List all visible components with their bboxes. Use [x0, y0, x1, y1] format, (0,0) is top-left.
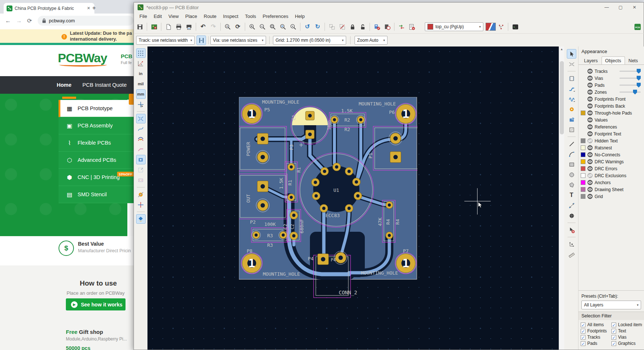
color-swatch[interactable]: [581, 166, 585, 171]
menu-file[interactable]: File: [136, 13, 150, 20]
checkbox-checked[interactable]: ✓: [611, 341, 616, 346]
visibility-eye-icon[interactable]: [587, 117, 593, 123]
undo-icon[interactable]: ↶: [198, 22, 208, 31]
menu-view[interactable]: View: [165, 13, 182, 20]
zoom-select[interactable]: Zoom Auto▾: [355, 36, 387, 45]
checkbox-checked[interactable]: ✓: [611, 329, 616, 334]
visibility-eye-icon[interactable]: [587, 194, 593, 199]
zoom-selection-icon[interactable]: [288, 22, 298, 31]
track-width-select[interactable]: Track: use netclass width▾: [136, 36, 195, 45]
cursor-shape-icon[interactable]: [136, 100, 146, 109]
ratsnest-curved-icon[interactable]: [136, 124, 146, 134]
visibility-eye-icon[interactable]: [587, 96, 593, 102]
draw-arc-icon[interactable]: [567, 149, 576, 159]
browser-tab[interactable]: China PCB Prototype & Fabric ✕: [4, 3, 94, 14]
filter-tracks[interactable]: ✓Tracks: [581, 335, 611, 340]
filter-pads[interactable]: ✓Pads: [581, 341, 611, 346]
visibility-eye-icon[interactable]: [587, 180, 593, 185]
origin-marker-icon[interactable]: [567, 211, 576, 220]
zoom-fit-icon[interactable]: [268, 22, 277, 31]
color-swatch[interactable]: [581, 194, 585, 199]
visibility-eye-icon[interactable]: [587, 131, 593, 137]
visibility-eye-icon[interactable]: [587, 152, 593, 157]
maximize-button[interactable]: ▢: [615, 5, 626, 10]
visibility-eye-icon[interactable]: [587, 159, 593, 164]
quote-button-sliver[interactable]: [129, 94, 134, 105]
see-how-it-works-button[interactable]: ▶ See how it works: [66, 298, 126, 310]
lock-icon[interactable]: [348, 22, 357, 31]
delete-tool-icon[interactable]: [567, 225, 576, 235]
find-icon[interactable]: A: [223, 22, 232, 31]
grid-dots-icon[interactable]: [136, 48, 146, 58]
checkbox-checked[interactable]: ✓: [581, 341, 585, 346]
checkbox-checked[interactable]: ✓: [581, 335, 585, 340]
tab-objects[interactable]: Objects: [602, 56, 625, 64]
layer-selector[interactable]: top_cu (PgUp)▾: [425, 22, 483, 31]
tune-length-icon[interactable]: [567, 94, 576, 104]
unlock-icon[interactable]: [358, 22, 367, 31]
opacity-slider[interactable]: [619, 92, 641, 93]
tab-close-icon[interactable]: ✕: [86, 6, 91, 11]
dimension-icon[interactable]: [567, 201, 576, 210]
polar-coords-icon[interactable]: θ: [136, 59, 146, 68]
footprint-checker-icon[interactable]: [382, 22, 392, 31]
route-settings-icon[interactable]: [496, 22, 506, 31]
nav-item-pcb-instant-quote[interactable]: PCB Instant Quote: [82, 82, 127, 88]
checkbox-checked[interactable]: ✓: [581, 329, 585, 334]
rotate-ccw-icon[interactable]: ↺: [303, 22, 312, 31]
draw-polygon-icon[interactable]: [567, 180, 576, 190]
filter-all-items[interactable]: ✓All items: [581, 322, 611, 327]
menu-route[interactable]: Route: [201, 13, 220, 20]
visibility-eye-icon[interactable]: [587, 103, 593, 109]
grid-select[interactable]: Grid: 1.2700 mm (0.0500 in)▾: [273, 36, 346, 45]
checkbox-checked[interactable]: ✓: [611, 335, 616, 340]
minimize-button[interactable]: —: [601, 5, 612, 10]
sidebar-item-pcb-prototype[interactable]: ▦ PCB Prototype: [59, 100, 139, 117]
color-swatch[interactable]: [581, 187, 585, 192]
color-swatch[interactable]: [581, 145, 585, 150]
page-settings-icon[interactable]: [164, 22, 173, 31]
zoom-out-icon[interactable]: [258, 22, 267, 31]
checkbox-checked[interactable]: ✓: [581, 323, 585, 327]
sketch-tracks-icon[interactable]: [136, 145, 146, 154]
filter-text[interactable]: ✓Text: [611, 328, 642, 334]
menu-inspect[interactable]: Inspect: [220, 13, 242, 20]
group-icon[interactable]: [327, 22, 337, 31]
save-icon[interactable]: [135, 22, 145, 31]
redo-icon[interactable]: ↷: [209, 22, 218, 31]
sidebar-item-pcb-assembly[interactable]: ▣ PCB Assembly: [59, 117, 139, 134]
opacity-slider[interactable]: [619, 78, 641, 79]
select-tool-icon[interactable]: [567, 49, 576, 59]
sidebar-item-cnc-3d-printing[interactable]: ⬢ CNC | 3D Printing10%OFF: [59, 169, 139, 186]
sidebar-item-flexible-pcbs[interactable]: ⌇ Flexible PCBs: [59, 134, 139, 152]
menu-preferences[interactable]: Preferences: [259, 13, 292, 20]
color-swatch[interactable]: [581, 152, 585, 157]
visibility-eye-icon[interactable]: [587, 173, 593, 178]
scroll-up-icon[interactable]: ▲: [559, 46, 564, 52]
via-size-select[interactable]: Via: use netclass sizes▾: [210, 36, 266, 45]
tab-layers[interactable]: Layers: [580, 57, 602, 64]
draw-zone-icon[interactable]: [567, 115, 576, 124]
visibility-eye-icon[interactable]: [587, 110, 593, 116]
units-mil-icon[interactable]: mil: [136, 79, 146, 89]
place-text-icon[interactable]: T: [567, 190, 576, 200]
visibility-eye-icon[interactable]: [587, 166, 593, 171]
zone-outline-mode-icon[interactable]: [136, 200, 146, 209]
filter-vias[interactable]: ✓Vias: [611, 335, 642, 340]
board-setup-icon[interactable]: [149, 22, 159, 31]
filter-locked-items[interactable]: ✓Locked items: [611, 322, 642, 327]
place-footprint-icon[interactable]: [567, 74, 576, 83]
menu-tools[interactable]: Tools: [242, 13, 259, 20]
opacity-slider[interactable]: [619, 85, 641, 86]
pcbway-logo[interactable]: PCBWay: [58, 51, 107, 65]
footprint-outline-mode-icon[interactable]: [136, 175, 146, 185]
filter-footprints[interactable]: ✓Footprints: [581, 328, 611, 334]
place-via-icon[interactable]: [567, 104, 576, 114]
rotate-cw-icon[interactable]: ↻: [313, 22, 322, 31]
update-board-icon[interactable]: [397, 22, 406, 31]
visibility-eye-icon[interactable]: [587, 187, 593, 192]
window-title-bar[interactable]: *ecc83-pp — PCB Editor — ▢ ✕: [134, 3, 644, 12]
color-swatch[interactable]: [581, 111, 585, 115]
visibility-eye-icon[interactable]: [587, 145, 593, 150]
menu-place[interactable]: Place: [182, 13, 201, 20]
